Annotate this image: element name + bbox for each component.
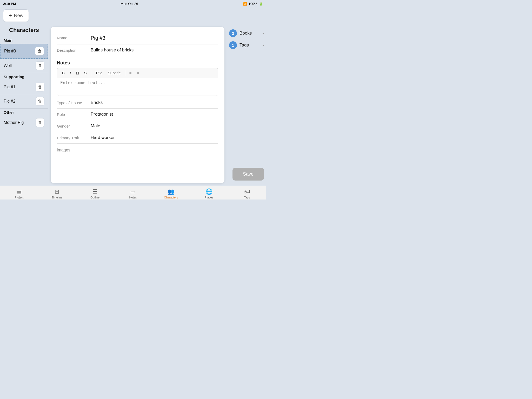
gender-field-row: Gender Male bbox=[57, 120, 218, 132]
tab-project[interactable]: ▤ Project bbox=[0, 188, 38, 199]
italic-button[interactable]: I bbox=[68, 70, 73, 76]
tab-timeline[interactable]: ⊞ Timeline bbox=[38, 188, 76, 199]
tab-notes[interactable]: ▭ Notes bbox=[114, 188, 152, 199]
tab-places-label: Places bbox=[205, 196, 213, 199]
outline-icon: ☰ bbox=[92, 188, 98, 195]
wifi-icon: 📶 bbox=[243, 2, 247, 6]
sidebar-item-motherpig-label: Mother Pig bbox=[4, 120, 24, 125]
toolbar-divider bbox=[91, 70, 91, 76]
sidebar-item-pig3[interactable]: Pig #3 🗑 bbox=[0, 44, 48, 59]
sidebar-item-wolf-label: Wolf bbox=[4, 63, 12, 68]
role-label: Role bbox=[57, 112, 91, 117]
description-value: Builds house of bricks bbox=[91, 48, 134, 53]
tab-tags[interactable]: 🏷 Tags bbox=[228, 188, 266, 199]
tags-chevron-icon: › bbox=[263, 43, 264, 48]
notes-textarea[interactable] bbox=[57, 78, 218, 96]
tab-timeline-label: Timeline bbox=[52, 196, 62, 199]
new-button-label: New bbox=[14, 13, 23, 18]
sidebar-item-pig3-label: Pig #3 bbox=[4, 49, 16, 54]
status-time: 2:19 PM bbox=[3, 2, 16, 6]
timeline-icon: ⊞ bbox=[55, 188, 59, 195]
delete-pig2-button[interactable]: 🗑 bbox=[36, 97, 44, 106]
bold-button[interactable]: B bbox=[60, 70, 67, 76]
sidebar-item-wolf[interactable]: Wolf 🗑 bbox=[0, 59, 48, 73]
name-label: Name bbox=[57, 35, 91, 40]
primary-trait-field-row: Primary Trait Hard worker bbox=[57, 132, 218, 144]
sidebar-item-pig1[interactable]: Pig #1 🗑 bbox=[0, 80, 48, 94]
sidebar-section-other: Other bbox=[0, 109, 48, 116]
sidebar-title: Characters bbox=[0, 27, 48, 34]
tab-project-label: Project bbox=[15, 196, 23, 199]
sidebar: Characters Main Pig #3 🗑 Wolf 🗑 Supporti… bbox=[0, 24, 48, 186]
description-label: Description bbox=[57, 48, 91, 52]
toolbar-divider2 bbox=[125, 70, 125, 76]
toolbar: + New bbox=[0, 7, 266, 24]
tags-item[interactable]: 1 Tags › bbox=[229, 41, 264, 49]
unordered-list-icon: ≡ bbox=[137, 71, 139, 75]
type-of-house-value: Bricks bbox=[91, 100, 103, 105]
role-field-row: Role Protagonist bbox=[57, 109, 218, 120]
delete-pig3-button[interactable]: 🗑 bbox=[35, 47, 44, 56]
delete-motherpig-button[interactable]: 🗑 bbox=[36, 118, 44, 127]
tags-tab-icon: 🏷 bbox=[244, 188, 250, 195]
delete-wolf-button[interactable]: 🗑 bbox=[36, 61, 44, 70]
tab-characters-label: Characters bbox=[164, 196, 178, 199]
tab-characters[interactable]: 👥 Characters bbox=[152, 188, 190, 199]
tags-label: Tags bbox=[240, 43, 249, 48]
tab-bar: ▤ Project ⊞ Timeline ☰ Outline ▭ Notes 👥… bbox=[0, 186, 266, 200]
name-value: Pig #3 bbox=[91, 35, 105, 41]
type-of-house-field-row: Type of House Bricks bbox=[57, 97, 218, 109]
sidebar-item-pig2[interactable]: Pig #2 🗑 bbox=[0, 94, 48, 109]
underline-button[interactable]: U bbox=[74, 70, 81, 76]
tab-outline-label: Outline bbox=[90, 196, 99, 199]
sidebar-section-supporting: Supporting bbox=[0, 73, 48, 80]
tab-notes-label: Notes bbox=[129, 196, 137, 199]
delete-pig1-button[interactable]: 🗑 bbox=[36, 83, 44, 91]
detail-right-wrapper: Name Pig #3 Description Builds house of … bbox=[48, 24, 266, 186]
ordered-list-button[interactable]: ≡ bbox=[127, 70, 134, 76]
characters-icon: 👥 bbox=[168, 188, 175, 195]
notes-toolbar: B I U S Title Subtitle ≡ ≡ bbox=[57, 68, 218, 78]
subtitle-button[interactable]: Subtitle bbox=[106, 70, 123, 76]
status-right: 📶 100% 🔋 bbox=[243, 2, 263, 6]
save-button[interactable]: Save bbox=[232, 168, 264, 181]
tab-outline[interactable]: ☰ Outline bbox=[76, 188, 114, 199]
description-field-row: Description Builds house of bricks bbox=[57, 44, 218, 56]
notes-icon: ▭ bbox=[130, 188, 136, 195]
tab-places[interactable]: 🌐 Places bbox=[190, 188, 228, 199]
project-icon: ▤ bbox=[16, 188, 22, 195]
sidebar-item-pig2-label: Pig #2 bbox=[4, 99, 15, 104]
images-label: images bbox=[57, 144, 218, 155]
strikethrough-button[interactable]: S bbox=[82, 70, 89, 76]
sidebar-section-main: Main bbox=[0, 37, 48, 44]
tab-tags-label: Tags bbox=[244, 196, 250, 199]
unordered-list-button[interactable]: ≡ bbox=[135, 70, 141, 76]
books-label: Books bbox=[240, 31, 252, 36]
books-badge: 3 bbox=[229, 29, 237, 37]
right-sidebar: 3 Books › 1 Tags › Save bbox=[227, 24, 266, 186]
sidebar-item-pig1-label: Pig #1 bbox=[4, 85, 15, 89]
role-value: Protagonist bbox=[91, 112, 113, 117]
primary-trait-value: Hard worker bbox=[91, 135, 115, 140]
name-field-row: Name Pig #3 bbox=[57, 32, 218, 44]
battery-percent: 100% bbox=[249, 2, 257, 6]
main-layout: Characters Main Pig #3 🗑 Wolf 🗑 Supporti… bbox=[0, 24, 266, 186]
type-of-house-label: Type of House bbox=[57, 100, 91, 105]
battery-icon: 🔋 bbox=[259, 2, 263, 6]
gender-value: Male bbox=[91, 123, 100, 129]
notes-label: Notes bbox=[57, 60, 218, 66]
status-bar: 2:19 PM Mon Oct 26 📶 100% 🔋 bbox=[0, 0, 266, 7]
status-date: Mon Oct 26 bbox=[121, 2, 138, 6]
title-button[interactable]: Title bbox=[93, 70, 105, 76]
primary-trait-label: Primary Trait bbox=[57, 135, 91, 140]
new-button[interactable]: + New bbox=[3, 9, 29, 22]
books-item[interactable]: 3 Books › bbox=[229, 29, 264, 37]
plus-icon: + bbox=[9, 12, 12, 19]
places-icon: 🌐 bbox=[205, 188, 212, 195]
tags-badge: 1 bbox=[229, 41, 237, 49]
gender-label: Gender bbox=[57, 123, 91, 128]
detail-panel: Name Pig #3 Description Builds house of … bbox=[51, 27, 224, 183]
sidebar-item-motherpig[interactable]: Mother Pig 🗑 bbox=[0, 116, 48, 130]
books-chevron-icon: › bbox=[263, 31, 264, 36]
ordered-list-icon: ≡ bbox=[129, 71, 132, 75]
